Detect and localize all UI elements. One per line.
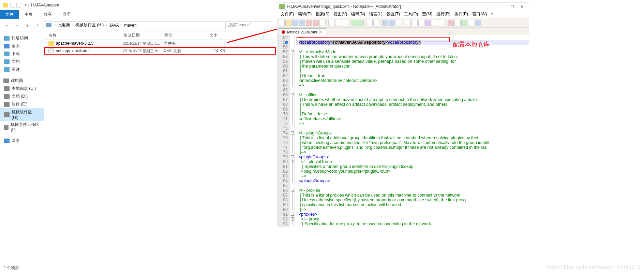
crumb-thispc[interactable]: 此电脑	[56, 22, 71, 28]
status-text: 2 个项目	[3, 265, 19, 271]
file-row-xml[interactable]: settings_quick.xml 2019/10/23 星期三 9:... …	[44, 47, 276, 55]
annotation-box	[297, 37, 450, 42]
menu-tools[interactable]: 工具(O)	[402, 11, 420, 18]
tb-open-icon[interactable]	[285, 20, 291, 26]
menu-language[interactable]: 语言(L)	[367, 11, 385, 18]
side-quick-access[interactable]: 快速访问	[0, 34, 44, 42]
tb-indent-icon[interactable]	[418, 20, 424, 26]
col-date[interactable]: 修改日期	[119, 32, 160, 38]
side-drive-h[interactable]: 机械软件区 (H:)	[0, 108, 44, 121]
drive-icon	[4, 125, 9, 130]
tb-monitor-icon[interactable]	[439, 20, 445, 26]
search-input[interactable]: 搜索"maven"	[225, 21, 273, 29]
code-area[interactable]: --> <localRepository>H:\MavenJarAll\repo…	[295, 35, 529, 227]
close-button[interactable]: ✕	[517, 3, 527, 10]
menu-help[interactable]: ?	[489, 11, 495, 17]
tab-close-icon[interactable]: ×	[319, 30, 323, 34]
tb-closeall-icon[interactable]	[313, 20, 319, 26]
chevron-right-icon[interactable]: ›	[54, 23, 56, 28]
crumb-maven[interactable]: maven	[123, 23, 138, 28]
side-drive-c[interactable]: 本地磁盘 (C:)	[0, 85, 44, 92]
breadcrumb[interactable]: › 此电脑 › 机械软件区 (H:) › JAVA › maven	[44, 21, 223, 29]
nav-forward-button[interactable]: →	[13, 21, 21, 29]
document-icon	[4, 59, 10, 64]
tb-copy-icon[interactable]	[335, 20, 341, 26]
tb-stop-icon[interactable]	[454, 20, 461, 26]
side-pictures[interactable]: 图片	[0, 66, 44, 73]
nav-history-button[interactable]: ▾	[23, 21, 31, 29]
minimize-button[interactable]: —	[498, 3, 508, 10]
menu-encoding[interactable]: 编码(N)	[349, 11, 367, 18]
chevron-right-icon[interactable]: ›	[120, 23, 123, 28]
menu-macro[interactable]: 宏(M)	[420, 11, 434, 18]
col-size[interactable]: 大小	[194, 32, 222, 38]
side-downloads[interactable]: 下载	[0, 50, 44, 58]
tb-folder-icon[interactable]	[432, 20, 438, 26]
ribbon-tab-share[interactable]: 共享	[38, 10, 57, 19]
tb-record-icon[interactable]	[448, 20, 454, 26]
pc-icon	[46, 23, 51, 27]
qat-props-icon[interactable]	[16, 3, 21, 8]
chevron-right-icon[interactable]: ›	[105, 23, 108, 28]
menu-view[interactable]: 视图(V)	[331, 11, 349, 18]
ribbon-tab-view[interactable]: 查看	[57, 10, 76, 19]
file-row-folder[interactable]: apache-maven-3.2.5 2014/12/14 星期日 1... 文…	[44, 40, 276, 47]
tb-play-icon[interactable]	[461, 20, 467, 26]
tab-bar: settings_quick.xml ×	[277, 28, 529, 35]
tb-replace-icon[interactable]	[373, 20, 379, 26]
menu-plugins[interactable]: 插件(P)	[452, 11, 470, 18]
tb-allchars-icon[interactable]	[411, 20, 418, 26]
drive-icon	[4, 102, 10, 107]
tb-zoomin-icon[interactable]	[382, 20, 388, 26]
tb-redo-icon[interactable]	[358, 20, 364, 26]
menu-edit[interactable]: 编辑(E)	[296, 11, 314, 18]
menu-run[interactable]: 运行(R)	[434, 11, 452, 18]
tb-find-icon[interactable]	[366, 20, 373, 26]
side-network[interactable]: 网络	[0, 137, 44, 145]
nav-back-button[interactable]: ←	[3, 21, 11, 29]
editor-area[interactable]: 5455565758596061626364656667686970717273…	[277, 35, 529, 227]
side-this-pc[interactable]: 此电脑	[0, 77, 44, 85]
tb-new-icon[interactable]	[279, 20, 285, 26]
menu-settings[interactable]: 设置(T)	[385, 11, 402, 18]
tb-savemacro-icon[interactable]	[475, 20, 481, 26]
menu-file[interactable]: 文件(F)	[279, 11, 296, 18]
side-drive-e[interactable]: 软件 (E:)	[0, 100, 44, 108]
side-desktop[interactable]: 桌面	[0, 42, 44, 50]
file-list: 名称 修改日期 类型 大小 apache-maven-3.2.5 2014/12…	[44, 31, 276, 227]
menu-search[interactable]: 搜索(S)	[314, 11, 331, 18]
ribbon-tab-home[interactable]: 主页	[19, 10, 38, 19]
ribbon: 文件 主页 共享 查看	[0, 10, 276, 19]
side-drive-d[interactable]: 文档 (D:)	[0, 92, 44, 100]
nav-up-button[interactable]: ↑	[33, 21, 42, 29]
tb-undo-icon[interactable]	[351, 20, 357, 26]
side-drive-i[interactable]: 机械文件工作区 (I:)	[0, 121, 44, 133]
col-name[interactable]: 名称	[44, 32, 119, 38]
crumb-drive[interactable]: 机械软件区 (H:)	[74, 22, 105, 28]
editor-tab[interactable]: settings_quick.xml ×	[279, 28, 326, 35]
crumb-java[interactable]: JAVA	[108, 23, 120, 28]
qat-new-icon[interactable]	[10, 3, 15, 8]
tb-paste-icon[interactable]	[342, 20, 348, 26]
ribbon-tab-file[interactable]: 文件	[0, 10, 19, 19]
tb-playmult-icon[interactable]	[468, 20, 474, 26]
tb-sync-icon[interactable]	[396, 20, 402, 26]
tb-wrap-icon[interactable]	[405, 20, 411, 26]
tb-save-icon[interactable]	[292, 20, 298, 26]
tb-zoomout-icon[interactable]	[389, 20, 395, 26]
folder-icon	[48, 41, 54, 46]
maximize-button[interactable]: □	[508, 3, 517, 10]
toolbar	[277, 18, 529, 28]
tb-print-icon[interactable]	[319, 20, 326, 26]
chevron-right-icon[interactable]: ›	[71, 23, 74, 28]
fold-gutter[interactable]: --------	[290, 35, 295, 227]
side-documents[interactable]: 文档	[0, 58, 44, 66]
columns-header: 名称 修改日期 类型 大小	[44, 31, 276, 40]
tb-saveall-icon[interactable]	[299, 20, 305, 26]
tb-func-icon[interactable]	[425, 20, 431, 26]
bookmark-icon[interactable]	[285, 41, 288, 44]
menu-window[interactable]: 窗口(W)	[470, 11, 489, 18]
tb-close-icon[interactable]	[306, 20, 312, 26]
col-type[interactable]: 类型	[160, 32, 194, 38]
tb-cut-icon[interactable]	[328, 20, 334, 26]
